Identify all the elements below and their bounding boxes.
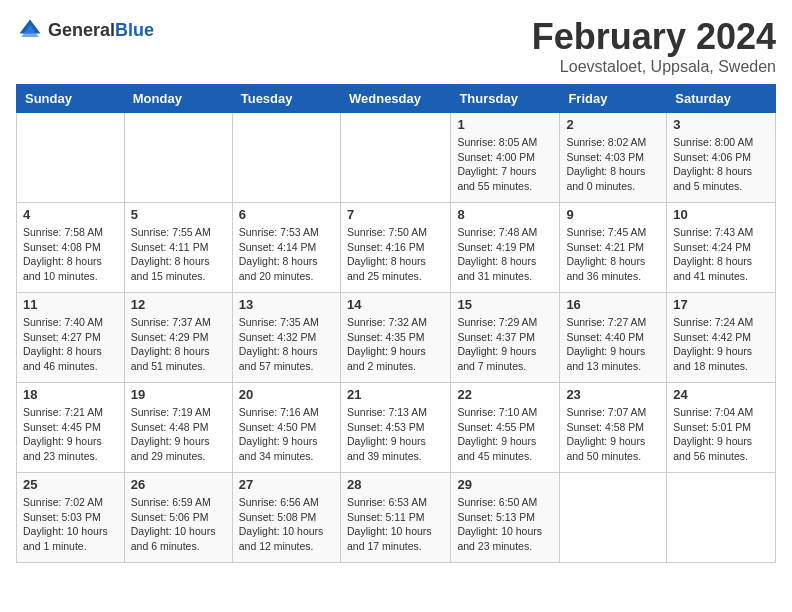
day-number: 10 (673, 207, 769, 222)
day-cell: 13Sunrise: 7:35 AM Sunset: 4:32 PM Dayli… (232, 293, 340, 383)
day-cell: 7Sunrise: 7:50 AM Sunset: 4:16 PM Daylig… (340, 203, 450, 293)
day-cell: 29Sunrise: 6:50 AM Sunset: 5:13 PM Dayli… (451, 473, 560, 563)
day-number: 7 (347, 207, 444, 222)
week-row-2: 4Sunrise: 7:58 AM Sunset: 4:08 PM Daylig… (17, 203, 776, 293)
day-number: 5 (131, 207, 226, 222)
location-title: Loevstaloet, Uppsala, Sweden (532, 58, 776, 76)
day-number: 29 (457, 477, 553, 492)
day-number: 9 (566, 207, 660, 222)
logo: GeneralBlue (16, 16, 154, 44)
weekday-header-thursday: Thursday (451, 85, 560, 113)
day-cell (124, 113, 232, 203)
day-number: 28 (347, 477, 444, 492)
day-info: Sunrise: 7:24 AM Sunset: 4:42 PM Dayligh… (673, 315, 769, 374)
day-info: Sunrise: 7:29 AM Sunset: 4:37 PM Dayligh… (457, 315, 553, 374)
day-cell: 19Sunrise: 7:19 AM Sunset: 4:48 PM Dayli… (124, 383, 232, 473)
day-number: 20 (239, 387, 334, 402)
header: GeneralBlue February 2024 Loevstaloet, U… (16, 16, 776, 76)
day-info: Sunrise: 7:13 AM Sunset: 4:53 PM Dayligh… (347, 405, 444, 464)
day-info: Sunrise: 7:50 AM Sunset: 4:16 PM Dayligh… (347, 225, 444, 284)
weekday-header-monday: Monday (124, 85, 232, 113)
day-number: 11 (23, 297, 118, 312)
day-info: Sunrise: 7:35 AM Sunset: 4:32 PM Dayligh… (239, 315, 334, 374)
day-cell: 16Sunrise: 7:27 AM Sunset: 4:40 PM Dayli… (560, 293, 667, 383)
calendar-table: SundayMondayTuesdayWednesdayThursdayFrid… (16, 84, 776, 563)
day-number: 22 (457, 387, 553, 402)
day-cell: 25Sunrise: 7:02 AM Sunset: 5:03 PM Dayli… (17, 473, 125, 563)
day-info: Sunrise: 8:05 AM Sunset: 4:00 PM Dayligh… (457, 135, 553, 194)
logo-text-blue: Blue (115, 20, 154, 40)
day-info: Sunrise: 7:48 AM Sunset: 4:19 PM Dayligh… (457, 225, 553, 284)
day-number: 21 (347, 387, 444, 402)
day-cell: 8Sunrise: 7:48 AM Sunset: 4:19 PM Daylig… (451, 203, 560, 293)
day-cell: 26Sunrise: 6:59 AM Sunset: 5:06 PM Dayli… (124, 473, 232, 563)
day-cell: 18Sunrise: 7:21 AM Sunset: 4:45 PM Dayli… (17, 383, 125, 473)
logo-text-general: General (48, 20, 115, 40)
day-number: 26 (131, 477, 226, 492)
weekday-header-friday: Friday (560, 85, 667, 113)
day-info: Sunrise: 8:02 AM Sunset: 4:03 PM Dayligh… (566, 135, 660, 194)
day-cell: 22Sunrise: 7:10 AM Sunset: 4:55 PM Dayli… (451, 383, 560, 473)
day-cell (667, 473, 776, 563)
day-info: Sunrise: 8:00 AM Sunset: 4:06 PM Dayligh… (673, 135, 769, 194)
day-info: Sunrise: 7:37 AM Sunset: 4:29 PM Dayligh… (131, 315, 226, 374)
day-info: Sunrise: 7:02 AM Sunset: 5:03 PM Dayligh… (23, 495, 118, 554)
day-cell: 24Sunrise: 7:04 AM Sunset: 5:01 PM Dayli… (667, 383, 776, 473)
title-area: February 2024 Loevstaloet, Uppsala, Swed… (532, 16, 776, 76)
day-info: Sunrise: 7:45 AM Sunset: 4:21 PM Dayligh… (566, 225, 660, 284)
day-number: 13 (239, 297, 334, 312)
day-info: Sunrise: 7:27 AM Sunset: 4:40 PM Dayligh… (566, 315, 660, 374)
day-info: Sunrise: 7:55 AM Sunset: 4:11 PM Dayligh… (131, 225, 226, 284)
day-number: 15 (457, 297, 553, 312)
day-cell: 2Sunrise: 8:02 AM Sunset: 4:03 PM Daylig… (560, 113, 667, 203)
month-title: February 2024 (532, 16, 776, 58)
day-number: 6 (239, 207, 334, 222)
day-info: Sunrise: 7:07 AM Sunset: 4:58 PM Dayligh… (566, 405, 660, 464)
day-number: 17 (673, 297, 769, 312)
day-info: Sunrise: 7:40 AM Sunset: 4:27 PM Dayligh… (23, 315, 118, 374)
day-cell: 23Sunrise: 7:07 AM Sunset: 4:58 PM Dayli… (560, 383, 667, 473)
day-info: Sunrise: 6:59 AM Sunset: 5:06 PM Dayligh… (131, 495, 226, 554)
day-info: Sunrise: 7:32 AM Sunset: 4:35 PM Dayligh… (347, 315, 444, 374)
day-number: 27 (239, 477, 334, 492)
day-cell: 28Sunrise: 6:53 AM Sunset: 5:11 PM Dayli… (340, 473, 450, 563)
weekday-header-tuesday: Tuesday (232, 85, 340, 113)
day-cell: 6Sunrise: 7:53 AM Sunset: 4:14 PM Daylig… (232, 203, 340, 293)
day-info: Sunrise: 7:43 AM Sunset: 4:24 PM Dayligh… (673, 225, 769, 284)
day-info: Sunrise: 7:10 AM Sunset: 4:55 PM Dayligh… (457, 405, 553, 464)
day-number: 23 (566, 387, 660, 402)
day-info: Sunrise: 7:53 AM Sunset: 4:14 PM Dayligh… (239, 225, 334, 284)
day-cell: 4Sunrise: 7:58 AM Sunset: 4:08 PM Daylig… (17, 203, 125, 293)
day-cell: 1Sunrise: 8:05 AM Sunset: 4:00 PM Daylig… (451, 113, 560, 203)
weekday-header-saturday: Saturday (667, 85, 776, 113)
day-info: Sunrise: 7:16 AM Sunset: 4:50 PM Dayligh… (239, 405, 334, 464)
week-row-1: 1Sunrise: 8:05 AM Sunset: 4:00 PM Daylig… (17, 113, 776, 203)
day-number: 18 (23, 387, 118, 402)
day-info: Sunrise: 7:58 AM Sunset: 4:08 PM Dayligh… (23, 225, 118, 284)
day-number: 16 (566, 297, 660, 312)
day-cell: 3Sunrise: 8:00 AM Sunset: 4:06 PM Daylig… (667, 113, 776, 203)
day-cell: 17Sunrise: 7:24 AM Sunset: 4:42 PM Dayli… (667, 293, 776, 383)
day-cell: 27Sunrise: 6:56 AM Sunset: 5:08 PM Dayli… (232, 473, 340, 563)
day-number: 12 (131, 297, 226, 312)
day-cell (17, 113, 125, 203)
day-number: 3 (673, 117, 769, 132)
day-number: 24 (673, 387, 769, 402)
day-cell (560, 473, 667, 563)
day-cell: 5Sunrise: 7:55 AM Sunset: 4:11 PM Daylig… (124, 203, 232, 293)
week-row-4: 18Sunrise: 7:21 AM Sunset: 4:45 PM Dayli… (17, 383, 776, 473)
day-number: 19 (131, 387, 226, 402)
day-cell: 15Sunrise: 7:29 AM Sunset: 4:37 PM Dayli… (451, 293, 560, 383)
day-cell: 20Sunrise: 7:16 AM Sunset: 4:50 PM Dayli… (232, 383, 340, 473)
day-number: 4 (23, 207, 118, 222)
day-number: 1 (457, 117, 553, 132)
day-cell: 21Sunrise: 7:13 AM Sunset: 4:53 PM Dayli… (340, 383, 450, 473)
day-cell: 9Sunrise: 7:45 AM Sunset: 4:21 PM Daylig… (560, 203, 667, 293)
day-number: 14 (347, 297, 444, 312)
day-number: 25 (23, 477, 118, 492)
day-cell: 14Sunrise: 7:32 AM Sunset: 4:35 PM Dayli… (340, 293, 450, 383)
day-cell: 11Sunrise: 7:40 AM Sunset: 4:27 PM Dayli… (17, 293, 125, 383)
weekday-header-wednesday: Wednesday (340, 85, 450, 113)
day-info: Sunrise: 6:53 AM Sunset: 5:11 PM Dayligh… (347, 495, 444, 554)
day-cell (232, 113, 340, 203)
